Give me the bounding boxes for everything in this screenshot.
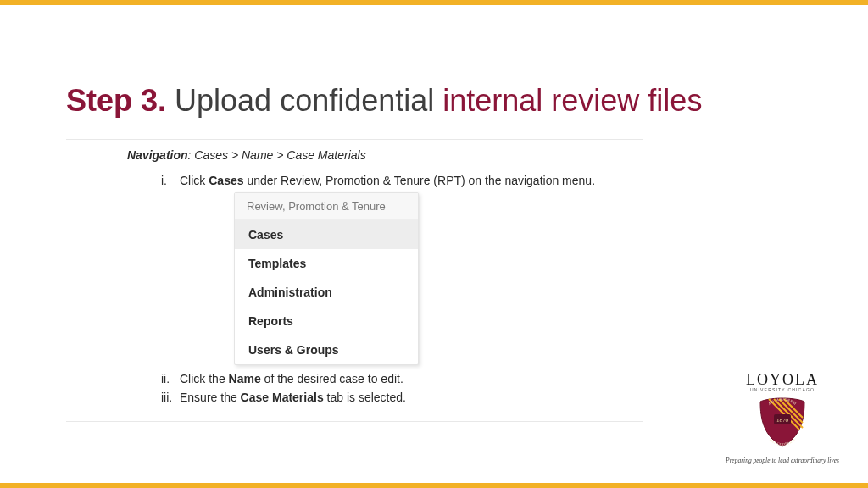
rpt-menu-item-reports[interactable]: Reports <box>235 307 418 336</box>
instruction-text-pre: Ensure the <box>180 391 241 404</box>
rpt-menu-item-cases[interactable]: Cases <box>235 220 418 249</box>
breadcrumb-path: : Cases > Name > Case Materials <box>188 148 366 162</box>
instruction-text-post: under Review, Promotion & Tenure (RPT) o… <box>244 174 596 187</box>
title-suffix: internal review files <box>442 83 702 118</box>
brand-year: 1870 <box>776 417 789 424</box>
instruction-index: i. <box>161 174 180 187</box>
breadcrumb: Navigation: Cases > Name > Case Material… <box>127 148 643 162</box>
page-title: Step 3. Upload confidential internal rev… <box>66 83 702 119</box>
instruction-bold: Name <box>229 372 261 385</box>
rpt-menu-item-administration[interactable]: Administration <box>235 278 418 307</box>
instruction-index: iii. <box>161 391 180 404</box>
shield-icon: 1870 AD MAJOREM DEI GLORIAM <box>755 396 810 448</box>
content-box: Navigation: Cases > Name > Case Material… <box>66 139 643 422</box>
instruction-text-post: of the desired case to edit. <box>261 372 403 385</box>
title-step: Step 3. <box>66 83 166 118</box>
brand-tagline: Preparing people to lead extraordinary l… <box>719 457 846 464</box>
rpt-menu-item-users-groups[interactable]: Users & Groups <box>235 336 418 364</box>
brand-sub: UNIVERSITY CHICAGO <box>719 387 846 392</box>
rpt-menu: Review, Promotion & Tenure Cases Templat… <box>234 192 419 365</box>
instruction-list: i.Click Cases under Review, Promotion & … <box>161 174 643 404</box>
title-mid: Upload confidential <box>166 83 442 118</box>
rpt-menu-item-templates[interactable]: Templates <box>235 249 418 278</box>
brand-logo: LOYOLA UNIVERSITY CHICAGO 1870 AD MAJORE… <box>719 371 846 464</box>
instruction-index: ii. <box>161 372 180 385</box>
instruction-text-pre: Click the <box>180 372 229 385</box>
instruction-iii: iii.Ensure the Case Materials tab is sel… <box>161 391 643 404</box>
instruction-bold: Case Materials <box>241 391 324 404</box>
rpt-menu-header: Review, Promotion & Tenure <box>235 193 418 220</box>
slide: Step 3. Upload confidential internal rev… <box>0 0 868 488</box>
brand-name: LOYOLA <box>719 371 846 389</box>
instruction-ii: ii.Click the Name of the desired case to… <box>161 372 643 385</box>
instruction-i: i.Click Cases under Review, Promotion & … <box>161 174 643 365</box>
instruction-bold: Cases <box>209 174 243 187</box>
instruction-text-post: tab is selected. <box>324 391 406 404</box>
breadcrumb-label: Navigation <box>127 148 188 162</box>
instruction-text-pre: Click <box>180 174 209 187</box>
